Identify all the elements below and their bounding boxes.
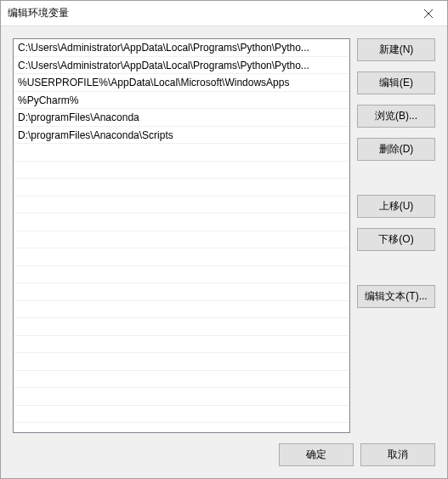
list-item[interactable]: C:\Users\Administrator\AppData\Local\Pro… [14, 57, 349, 75]
edit-button[interactable]: 编辑(E) [357, 71, 435, 94]
list-item-empty[interactable]: . [14, 266, 349, 284]
list-item-empty[interactable]: . [14, 144, 349, 162]
list-item-empty[interactable]: . [14, 179, 349, 197]
path-listbox[interactable]: C:\Users\Administrator\AppData\Local\Pro… [13, 38, 350, 433]
dialog-content: C:\Users\Administrator\AppData\Local\Pro… [1, 26, 447, 478]
list-item-empty[interactable]: . [14, 301, 349, 319]
list-item-empty[interactable]: . [14, 388, 349, 406]
list-item[interactable]: C:\Users\Administrator\AppData\Local\Pro… [14, 39, 349, 57]
list-item-empty[interactable]: . [14, 336, 349, 354]
list-item-empty[interactable]: . [14, 371, 349, 389]
dialog-title: 编辑环境变量 [8, 6, 69, 20]
new-button[interactable]: 新建(N) [357, 38, 435, 61]
movedown-button[interactable]: 下移(O) [357, 228, 435, 251]
titlebar: 编辑环境变量 [1, 1, 447, 26]
list-item-empty[interactable]: . [14, 353, 349, 371]
list-item-empty[interactable]: . [14, 283, 349, 301]
close-icon [424, 9, 433, 18]
main-area: C:\Users\Administrator\AppData\Local\Pro… [13, 38, 435, 433]
list-item-empty[interactable]: . [14, 162, 349, 180]
list-item-empty[interactable]: . [14, 318, 349, 336]
list-item-empty[interactable]: . [14, 406, 349, 424]
side-button-panel: 新建(N) 编辑(E) 浏览(B)... 删除(D) 上移(U) 下移(O) 编… [357, 38, 435, 433]
list-item-empty[interactable]: . [14, 197, 349, 214]
list-item-empty[interactable]: . [14, 214, 349, 231]
cancel-button[interactable]: 取消 [360, 443, 435, 466]
list-item[interactable]: %PyCharm% [14, 92, 349, 110]
list-item[interactable]: %USERPROFILE%\AppData\Local\Microsoft\Wi… [14, 74, 349, 92]
ok-button[interactable]: 确定 [279, 443, 354, 466]
dialog-bottom-buttons: 确定 取消 [13, 443, 435, 466]
list-item-empty[interactable]: . [14, 248, 349, 266]
list-item[interactable]: D:\programFiles\Anaconda [14, 109, 349, 127]
delete-button[interactable]: 删除(D) [357, 138, 435, 161]
edittext-button[interactable]: 编辑文本(T)... [357, 285, 435, 308]
list-item-empty[interactable]: . [14, 231, 349, 249]
edit-env-var-dialog: 编辑环境变量 C:\Users\Administrator\AppData\Lo… [0, 0, 448, 479]
close-button[interactable] [409, 1, 447, 26]
browse-button[interactable]: 浏览(B)... [357, 105, 435, 128]
list-item[interactable]: D:\programFiles\Anaconda\Scripts [14, 127, 349, 145]
moveup-button[interactable]: 上移(U) [357, 195, 435, 218]
